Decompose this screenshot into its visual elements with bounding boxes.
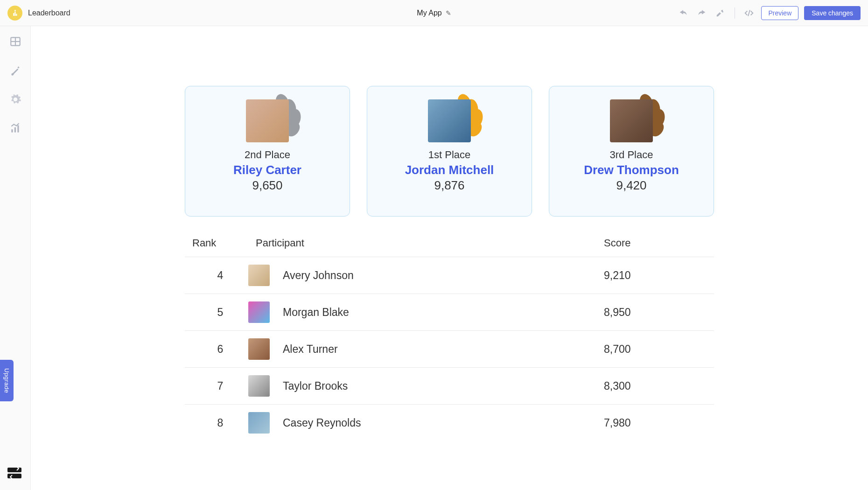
score-cell: 7,980 [604, 417, 707, 429]
analytics-icon[interactable] [9, 122, 21, 134]
place-label: 3rd Place [610, 149, 653, 161]
gear-icon[interactable] [9, 93, 21, 105]
table-row[interactable]: 7 Taylor Brooks 8,300 [185, 367, 714, 404]
undo-icon[interactable] [677, 7, 690, 20]
save-button[interactable]: Save changes [804, 6, 861, 20]
app-icon [7, 6, 22, 21]
score-cell: 8,300 [604, 380, 707, 392]
podium-card-1st[interactable]: 1st Place Jordan Mitchell 9,876 [367, 86, 532, 217]
avatar [248, 301, 270, 323]
winner-score: 9,650 [252, 178, 282, 193]
participant-name: Avery Johnson [283, 269, 354, 282]
winner-score: 9,420 [616, 178, 646, 193]
avatar [248, 375, 270, 397]
podium-card-2nd[interactable]: 2nd Place Riley Carter 9,650 [185, 86, 350, 217]
divider [735, 7, 735, 19]
upgrade-button[interactable]: Upgrade [0, 360, 14, 401]
score-cell: 9,210 [604, 269, 707, 282]
svg-rect-7 [11, 129, 13, 133]
avatar [246, 99, 289, 142]
avatar [248, 265, 270, 286]
winner-name: Jordan Mitchell [405, 163, 494, 177]
rank-cell: 5 [192, 306, 248, 319]
rank-cell: 7 [192, 380, 248, 392]
avatar [248, 338, 270, 360]
svg-rect-11 [7, 474, 21, 478]
header-participant: Participant [248, 237, 604, 249]
grid-icon[interactable] [9, 35, 21, 48]
place-label: 2nd Place [245, 149, 290, 161]
podium-card-3rd[interactable]: 3rd Place Drew Thompson 9,420 [549, 86, 714, 217]
participant-name: Alex Turner [283, 343, 338, 356]
participant-name: Morgan Blake [283, 306, 349, 319]
preview-button[interactable]: Preview [761, 6, 798, 20]
code-icon[interactable] [742, 7, 756, 20]
table-row[interactable]: 6 Alex Turner 8,700 [185, 330, 714, 367]
svg-rect-0 [13, 13, 14, 16]
rank-cell: 6 [192, 343, 248, 356]
canvas[interactable]: 2nd Place Riley Carter 9,650 1st Place J… [31, 26, 868, 490]
place-label: 1st Place [428, 149, 471, 161]
avatar [428, 99, 471, 142]
svg-point-3 [14, 10, 16, 11]
score-cell: 8,700 [604, 343, 707, 356]
winner-name: Riley Carter [233, 163, 301, 177]
participant-name: Casey Reynolds [283, 417, 361, 429]
brand-logo-icon[interactable] [7, 466, 22, 480]
table-row[interactable]: 4 Avery Johnson 9,210 [185, 257, 714, 294]
table-row[interactable]: 5 Morgan Blake 8,950 [185, 294, 714, 330]
winner-score: 9,876 [434, 178, 464, 193]
table-header: Rank Participant Score [185, 237, 714, 257]
score-cell: 8,950 [604, 306, 707, 319]
pencil-icon: ✎ [446, 9, 451, 17]
rank-cell: 8 [192, 417, 248, 429]
participant-name: Taylor Brooks [283, 380, 348, 392]
table-row[interactable]: 8 Casey Reynolds 7,980 [185, 404, 714, 441]
app-name-label: My App [417, 9, 441, 17]
header-score: Score [604, 237, 707, 249]
app-name-editable[interactable]: My App ✎ [417, 9, 451, 17]
redo-icon[interactable] [695, 7, 708, 20]
svg-rect-8 [14, 127, 15, 133]
svg-rect-9 [17, 126, 19, 133]
brush-icon[interactable] [9, 64, 21, 77]
avatar [610, 99, 653, 142]
page-title: Leaderboard [28, 9, 70, 17]
svg-rect-2 [16, 14, 17, 16]
svg-rect-10 [7, 468, 21, 472]
winner-name: Drew Thompson [584, 163, 679, 177]
header-rank: Rank [192, 237, 248, 249]
hammer-icon[interactable] [714, 7, 727, 20]
svg-rect-1 [14, 12, 15, 16]
avatar [248, 412, 270, 434]
rank-cell: 4 [192, 269, 248, 282]
